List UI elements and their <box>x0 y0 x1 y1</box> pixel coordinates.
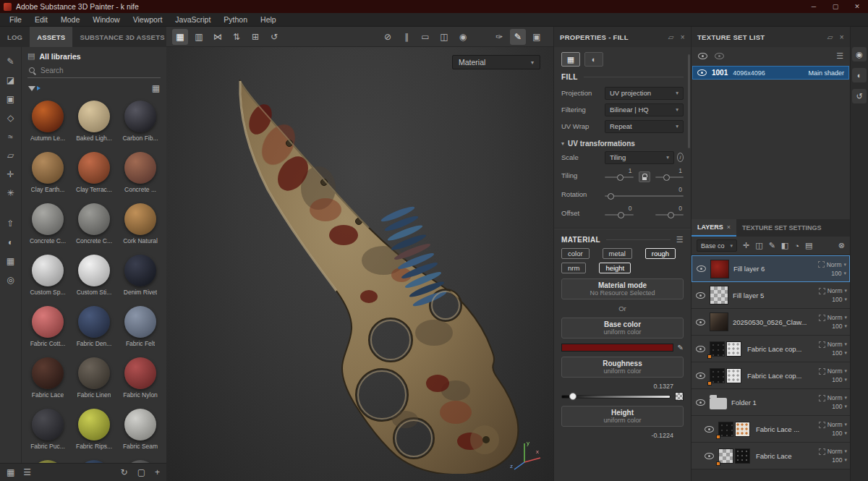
material-item[interactable]: Custom Sp... <box>25 255 71 296</box>
tile-grid-icon[interactable]: ▥ <box>191 29 207 45</box>
blend-mode-control[interactable]: Norm▾ <box>819 394 847 401</box>
tab-texture-set-settings[interactable]: TEXTURE SET SETTINGS <box>736 219 827 237</box>
material-item[interactable]: Fabric Felt <box>117 306 163 347</box>
close-tab-icon[interactable]: × <box>727 224 731 231</box>
blend-mode-control[interactable]: Norm▾ <box>819 341 847 348</box>
search-input[interactable] <box>41 67 159 75</box>
add-view-icon[interactable]: ⊞ <box>247 29 263 45</box>
tab-layers[interactable]: LAYERS × <box>692 219 736 237</box>
opacity-control[interactable]: 100▾ <box>832 296 847 303</box>
material-item[interactable]: Autumn Le... <box>25 101 71 142</box>
maximize-button[interactable]: ▢ <box>825 0 846 13</box>
roughness-slider[interactable] <box>561 395 671 399</box>
material-item[interactable]: Custom Sti... <box>71 255 117 296</box>
visibility-eye-icon[interactable] <box>696 319 705 325</box>
channel-nrm[interactable]: nrm <box>561 263 586 273</box>
filtering-select[interactable]: Bilinear | HQ ▾ <box>605 103 684 116</box>
stencil-hide-icon[interactable]: ⊘ <box>380 29 396 45</box>
opacity-control[interactable]: 100▾ <box>832 349 847 357</box>
material-item[interactable]: Fabric Seam <box>117 409 163 450</box>
projection-tool-icon[interactable]: ▣ <box>2 90 20 107</box>
display-settings-icon[interactable]: ◐ <box>2 234 20 250</box>
layer-row[interactable]: Fabric Lace cop...Norm▾100▾ <box>692 336 850 362</box>
visibility-eye-icon[interactable] <box>698 53 707 59</box>
eraser-tool-icon[interactable]: ◪ <box>2 72 20 88</box>
minimize-button[interactable]: ─ <box>803 0 825 13</box>
blend-mode-control[interactable]: Norm▾ <box>819 314 847 321</box>
visibility-eye-icon[interactable] <box>697 265 706 272</box>
material-mode-button[interactable]: Material mode No Resource Selected <box>561 278 684 299</box>
scale-select[interactable]: Tiling ▾ <box>605 151 674 164</box>
blend-mode-control[interactable]: Norm▾ <box>819 287 847 294</box>
photo-camera-icon[interactable]: ▣ <box>529 29 545 45</box>
new-resource-icon[interactable]: ▢ <box>137 467 145 477</box>
material-item[interactable]: Baked Ligh... <box>71 101 117 142</box>
slider-knob[interactable] <box>618 212 624 218</box>
offset-x-slider[interactable]: 0 <box>605 204 634 221</box>
blend-mode-control[interactable]: Norm▾ <box>818 261 846 268</box>
history-icon[interactable]: ↺ <box>852 89 867 103</box>
layer-row[interactable]: Fabric Lace cop...Norm▾100▾ <box>692 362 850 389</box>
tiling-x-slider[interactable]: 1 <box>605 166 634 184</box>
opacity-control[interactable]: 100▾ <box>832 376 847 383</box>
material-picker-tool-icon[interactable]: ✛ <box>2 166 20 182</box>
shading-mode-select[interactable]: Material ▾ <box>452 55 540 69</box>
paint-layer-icon[interactable]: ✎ <box>769 241 775 250</box>
blend-mode-control[interactable]: Norm▾ <box>819 367 847 375</box>
material-item[interactable]: Carbon Fib... <box>117 101 163 142</box>
smudge-tool-icon[interactable]: ≈ <box>2 128 20 145</box>
menu-window[interactable]: Window <box>86 15 126 24</box>
viewport-3d[interactable]: Material ▾ x y z <box>166 47 553 481</box>
history-icon[interactable]: ↺ <box>266 29 282 45</box>
symmetry-x-icon[interactable]: ⋈ <box>210 29 226 45</box>
fill-projection-toggle[interactable]: ▦ <box>561 52 580 67</box>
undock-icon[interactable]: ▱ <box>668 33 674 41</box>
visibility-eye-icon[interactable] <box>697 69 707 76</box>
slider-knob[interactable] <box>608 193 614 200</box>
library-selector[interactable]: ▤ All libraries <box>22 47 166 62</box>
import-resource-icon[interactable]: + <box>155 467 160 477</box>
channel-filter-select[interactable]: Base co ▾ <box>697 239 737 252</box>
color-picker-icon[interactable]: ✎ <box>678 344 684 352</box>
tab-assets[interactable]: ASSETS <box>30 27 72 47</box>
material-item[interactable]: Fabric Cott... <box>25 306 71 347</box>
export-textures-icon[interactable]: ⇧ <box>2 215 20 231</box>
texture-toggle-icon[interactable] <box>675 392 684 401</box>
close-panel-icon[interactable]: × <box>840 33 844 41</box>
layer-row[interactable]: Fill layer 5Norm▾100▾ <box>692 282 850 309</box>
knife-3d-model[interactable] <box>217 80 539 474</box>
menu-edit[interactable]: Edit <box>28 15 54 24</box>
geometry-decal-icon[interactable]: ◫ <box>436 29 452 45</box>
grid-view-icon[interactable]: ▦ <box>7 467 14 477</box>
particles-tool-icon[interactable]: ✳ <box>2 184 20 201</box>
layer-row[interactable]: Fabric Lace ...Norm▾100▾ <box>692 416 850 443</box>
thumbnail-view-icon[interactable]: ▦ <box>152 83 160 93</box>
properties-scrollbar[interactable] <box>688 54 690 148</box>
fill-layer-icon[interactable]: ◧ <box>781 241 788 250</box>
visibility-eye-outline-icon[interactable] <box>715 53 724 59</box>
material-item[interactable]: Fabric Nylon <box>117 357 163 399</box>
slider-knob[interactable] <box>663 174 670 181</box>
visibility-eye-icon[interactable] <box>705 426 714 433</box>
opacity-control[interactable]: 100▾ <box>832 430 847 437</box>
slider-knob[interactable] <box>668 212 674 218</box>
clone-tool-icon[interactable]: ▱ <box>2 147 20 163</box>
material-sphere-toggle[interactable]: ◐ <box>584 52 603 67</box>
tab-log[interactable]: LOG <box>0 27 30 47</box>
blend-mode-control[interactable]: Norm▾ <box>819 421 847 428</box>
material-item[interactable]: Fabric Puc... <box>25 409 71 450</box>
visibility-eye-icon[interactable] <box>696 399 705 406</box>
layer-row[interactable]: Fill layer 6Norm▾100▾ <box>692 255 850 282</box>
video-camera-icon[interactable]: ◉ <box>455 29 471 45</box>
slider-knob[interactable] <box>617 174 624 181</box>
snap-grid-icon[interactable]: ▦ <box>172 29 188 45</box>
menu-mode[interactable]: Mode <box>54 15 86 24</box>
camera-icon[interactable]: ◎ <box>2 271 20 288</box>
blend-mode-control[interactable]: Norm▾ <box>819 448 847 455</box>
base-color-button[interactable]: Base color uniform color <box>561 318 684 339</box>
undock-icon[interactable]: ▱ <box>827 33 833 41</box>
tiling-y-slider[interactable]: 1 <box>655 166 684 184</box>
material-item[interactable]: Cork Natural <box>117 203 163 244</box>
height-button[interactable]: Height uniform color <box>561 406 684 427</box>
visibility-eye-icon[interactable] <box>696 373 705 379</box>
